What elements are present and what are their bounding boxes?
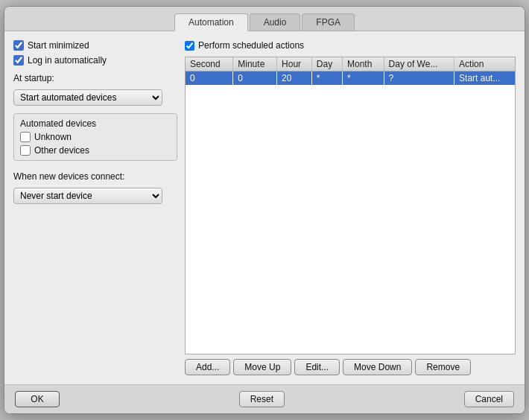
cell-day: * <box>311 71 342 86</box>
at-startup-label: At startup: <box>13 73 177 83</box>
automated-devices-items: Unknown Other devices <box>20 132 171 156</box>
perform-row: Perform scheduled actions <box>185 40 516 51</box>
col-second: Second <box>186 57 233 71</box>
cell-hour: 20 <box>277 71 312 86</box>
footer-center: Reset <box>239 391 285 407</box>
when-new-label: When new devices connect: <box>13 171 177 182</box>
move-down-button[interactable]: Move Down <box>343 359 412 375</box>
col-action: Action <box>454 57 515 71</box>
move-up-button[interactable]: Move Up <box>233 359 291 375</box>
dialog: Automation Audio FPGA Start minimized Lo… <box>4 6 525 414</box>
edit-button[interactable]: Edit... <box>294 359 340 375</box>
perform-label: Perform scheduled actions <box>198 40 304 51</box>
right-panel: Perform scheduled actions Second Minute … <box>185 40 516 375</box>
schedule-table: Second Minute Hour Day Month Day of We..… <box>186 57 515 85</box>
footer-left: OK <box>15 391 60 407</box>
col-day: Day <box>311 57 342 71</box>
tab-audio[interactable]: Audio <box>250 13 301 31</box>
other-devices-row: Other devices <box>20 145 171 156</box>
log-in-row: Log in automatically <box>13 55 177 66</box>
left-panel: Start minimized Log in automatically At … <box>13 40 177 375</box>
schedule-table-container: Second Minute Hour Day Month Day of We..… <box>185 57 516 354</box>
when-new-select[interactable]: Never start device Always start device <box>13 188 162 204</box>
start-minimized-row: Start minimized <box>13 40 177 51</box>
log-in-checkbox[interactable] <box>13 55 24 66</box>
tab-fpga[interactable]: FPGA <box>302 13 355 31</box>
add-button[interactable]: Add... <box>185 359 230 375</box>
unknown-row: Unknown <box>20 132 171 142</box>
start-minimized-label: Start minimized <box>28 40 89 51</box>
footer: OK Reset Cancel <box>4 384 525 413</box>
reset-button[interactable]: Reset <box>239 391 285 407</box>
automated-devices-group: Automated devices Unknown Other devices <box>13 113 177 161</box>
cell-day-of-week: ? <box>384 71 454 86</box>
cell-second: 0 <box>186 71 233 86</box>
unknown-label: Unknown <box>34 132 72 142</box>
unknown-checkbox[interactable] <box>20 132 31 142</box>
automated-devices-title: Automated devices <box>20 118 171 129</box>
col-minute: Minute <box>233 57 277 71</box>
log-in-label: Log in automatically <box>28 55 107 66</box>
table-header-row: Second Minute Hour Day Month Day of We..… <box>186 57 515 71</box>
tab-automation[interactable]: Automation <box>174 13 248 31</box>
other-devices-checkbox[interactable] <box>20 145 31 156</box>
perform-checkbox[interactable] <box>185 41 194 51</box>
cell-minute: 0 <box>233 71 277 86</box>
table-row[interactable]: 0 0 20 * * ? Start aut... <box>186 71 515 86</box>
when-new-dropdown-container: Never start device Always start device <box>13 188 177 204</box>
col-day-of-week: Day of We... <box>384 57 454 71</box>
at-startup-select[interactable]: Start automated devices Do nothing Start… <box>13 89 162 106</box>
col-month: Month <box>343 57 384 71</box>
table-buttons: Add... Move Up Edit... Move Down Remove <box>185 359 516 375</box>
ok-button[interactable]: OK <box>15 391 60 407</box>
remove-button[interactable]: Remove <box>415 359 471 375</box>
start-minimized-checkbox[interactable] <box>13 40 24 51</box>
footer-right: Cancel <box>464 391 514 407</box>
tab-bar: Automation Audio FPGA <box>4 7 525 31</box>
at-startup-dropdown-container: Start automated devices Do nothing Start… <box>13 89 177 106</box>
main-content: Start minimized Log in automatically At … <box>4 31 525 384</box>
cell-action: Start aut... <box>454 71 515 86</box>
col-hour: Hour <box>277 57 312 71</box>
cell-month: * <box>343 71 384 86</box>
cancel-button[interactable]: Cancel <box>464 391 514 407</box>
other-devices-label: Other devices <box>34 145 89 156</box>
